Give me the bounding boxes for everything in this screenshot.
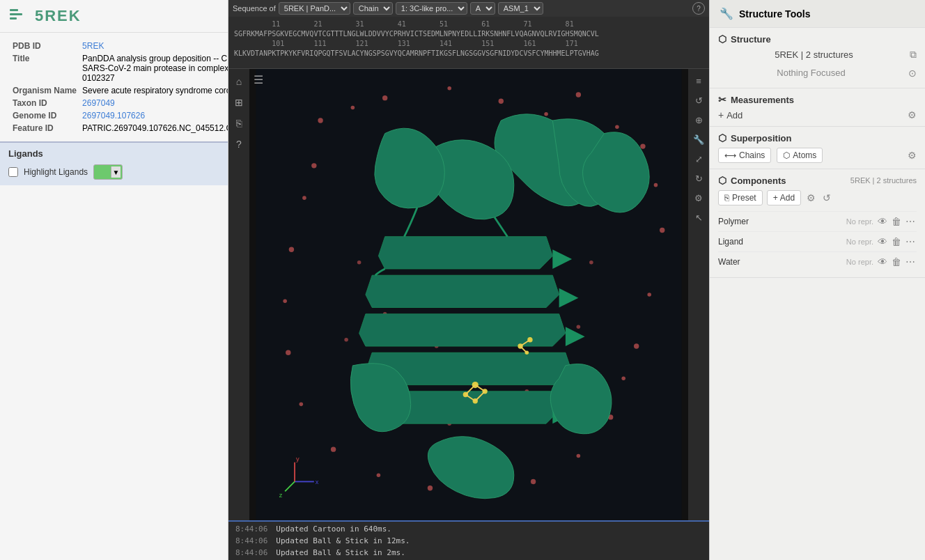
log-message-1: Updated Cartoon in 640ms. <box>276 524 391 534</box>
ligand-more-button[interactable]: ⋯ <box>904 235 917 249</box>
svg-point-26 <box>286 350 290 355</box>
info-section: PDB ID 5REK Title PanDDA analysis group … <box>0 32 228 141</box>
panel-title: Structure Tools <box>739 8 915 20</box>
sequence-numbers-2: 101 111 121 131 141 151 161 171 <box>234 39 704 49</box>
add-measurement-button[interactable]: + Add <box>718 109 743 120</box>
svg-point-28 <box>289 247 294 251</box>
svg-point-12 <box>640 143 645 148</box>
water-visibility-button[interactable]: 👁 <box>876 255 889 269</box>
log-message-3: Updated Ball & Stick in 2ms. <box>276 548 405 557</box>
ligand-delete-button[interactable]: 🗑 <box>890 235 903 249</box>
copy-button[interactable]: ⎘ <box>231 115 247 132</box>
logo-text: 5REK <box>35 7 81 25</box>
sequence-icon[interactable]: ☰ <box>254 73 263 86</box>
ligands-section: Ligands Highlight Ligands ▼ <box>0 141 228 185</box>
svg-point-9 <box>544 112 548 116</box>
polymer-more-button[interactable]: ⋯ <box>904 215 917 228</box>
svg-rect-1 <box>10 13 22 15</box>
measure-button[interactable]: 🔧 <box>691 132 706 147</box>
chain-icon: ⟷ <box>724 150 736 160</box>
component-reset-button[interactable]: ↺ <box>821 191 832 205</box>
chains-label: Chains <box>739 150 765 160</box>
svg-point-34 <box>589 260 593 265</box>
structure-section: ⬡ Structure 5REK | 2 structures ⧉ Nothin… <box>710 28 925 88</box>
settings-viewer-button[interactable]: ⚙ <box>691 190 706 205</box>
atoms-button[interactable]: ⬡ Atoms <box>777 148 823 163</box>
sequence-residues-1[interactable]: SGFRKMAFPSGKVEGCMVQVTCGTTTLNGLWLDDVVYCPR… <box>234 29 704 39</box>
taxon-value[interactable]: 2697049 <box>79 97 228 109</box>
help-button[interactable]: ? <box>692 2 705 15</box>
viewer-area[interactable]: ⌂ ⊞ ⎘ ? ≡ ↺ ⊕ 🔧 ⤢ ↻ ⚙ ↖ <box>228 69 709 520</box>
genome-value[interactable]: 2697049.107626 <box>79 109 228 122</box>
chain-id-select[interactable]: A <box>470 2 495 15</box>
polymer-repr: No repr. <box>767 217 873 226</box>
superposition-settings-button[interactable]: ⚙ <box>908 150 917 161</box>
svg-point-5 <box>351 106 355 110</box>
sequence-residues-2[interactable]: KLKVDTANPKTPKYKFVRIQPGQTFSVLACYNGSPSGVYQ… <box>234 49 704 59</box>
svg-point-16 <box>634 343 639 348</box>
polymer-delete-button[interactable]: 🗑 <box>890 215 903 228</box>
sequence-controls: Sequence of 5REK | PanD... Chain 1: 3C-l… <box>228 0 709 17</box>
chains-button[interactable]: ⟷ Chains <box>718 148 771 163</box>
water-name: Water <box>718 257 767 267</box>
organism-label: Organism Name <box>10 84 79 97</box>
water-delete-button[interactable]: 🗑 <box>890 255 903 269</box>
sequence-toggle-button[interactable]: ≡ <box>691 73 706 88</box>
reset-view-button[interactable]: ↺ <box>691 93 706 108</box>
superposition-icon: ⬡ <box>718 132 726 143</box>
pdb-id-row: PDB ID 5REK <box>10 40 228 52</box>
svg-point-13 <box>654 183 658 187</box>
measurements-section: ✂ Measurements + Add ⚙ <box>710 88 925 127</box>
ligand-visibility-button[interactable]: 👁 <box>876 235 889 249</box>
structure-label: Structure <box>731 34 771 45</box>
globe-button[interactable]: ⊕ <box>691 112 706 127</box>
layers-button[interactable]: ⊞ <box>231 94 247 111</box>
highlight-row: Highlight Ligands ▼ <box>8 164 219 180</box>
structure-select[interactable]: 5REK | PanD... <box>279 2 350 15</box>
ruler-icon: ✂ <box>718 94 726 105</box>
help-viewer-button[interactable]: ? <box>231 136 247 153</box>
spin-button[interactable]: ↻ <box>691 171 706 186</box>
logo-bar: 5REK <box>0 0 228 32</box>
copy-structure-button[interactable]: ⧉ <box>910 49 917 61</box>
home-button[interactable]: ⌂ <box>231 73 247 90</box>
log-message-2: Updated Ball & Stick in 12ms. <box>276 536 410 545</box>
polymer-name: Polymer <box>718 217 767 226</box>
feature-value: PATRIC.2697049.107626.NC_045512.C... <box>79 122 228 134</box>
color-dropdown-arrow-icon[interactable]: ▼ <box>111 166 121 178</box>
svg-point-4 <box>318 118 322 123</box>
log-bar: 8:44:06 Updated Cartoon in 640ms. 8:44:0… <box>228 520 709 560</box>
svg-point-19 <box>577 454 581 458</box>
expand-button[interactable]: ⤢ <box>691 151 706 166</box>
svg-point-8 <box>499 99 504 104</box>
feature-label: Feature ID <box>10 122 79 134</box>
taxon-row: Taxon ID 2697049 <box>10 97 228 109</box>
preset-button[interactable]: ⎘ Preset <box>718 190 763 205</box>
info-table: PDB ID 5REK Title PanDDA analysis group … <box>10 40 228 134</box>
sequence-numbers-1: 11 21 31 41 51 61 71 81 <box>234 20 704 29</box>
right-panel: 🔧 Structure Tools ⬡ Structure 5REK | 2 s… <box>709 0 925 560</box>
svg-point-14 <box>660 228 664 233</box>
pdb-id-value[interactable]: 5REK <box>79 40 228 52</box>
svg-point-17 <box>621 377 625 381</box>
chain-instance-select[interactable]: 1: 3C-like pro... <box>396 2 467 15</box>
molecule-viewer: Sequence of 5REK | PanD... Chain 1: 3C-l… <box>228 0 709 560</box>
focus-camera-button[interactable]: ⊙ <box>908 68 917 79</box>
measurement-settings-button[interactable]: ⚙ <box>908 109 917 120</box>
feature-row: Feature ID PATRIC.2697049.107626.NC_0455… <box>10 122 228 134</box>
add-component-button[interactable]: + Add <box>767 190 801 205</box>
chain-type-select[interactable]: Chain <box>353 2 393 15</box>
water-more-button[interactable]: ⋯ <box>904 255 917 269</box>
select-button[interactable]: ↖ <box>691 210 706 225</box>
svg-rect-2 <box>10 17 17 20</box>
log-entry-2: 8:44:06 Updated Ball & Stick in 12ms. <box>228 535 709 547</box>
wrench-icon: 🔧 <box>720 7 733 20</box>
polymer-visibility-button[interactable]: 👁 <box>876 215 889 228</box>
component-settings-button[interactable]: ⚙ <box>805 191 817 205</box>
svg-text:y: y <box>296 456 300 462</box>
assembly-select[interactable]: ASM_1 <box>498 2 543 15</box>
polymer-component-row: Polymer No repr. 👁 🗑 ⋯ <box>718 211 917 231</box>
highlight-ligands-checkbox[interactable] <box>8 167 18 177</box>
color-swatch-button[interactable]: ▼ <box>93 164 123 180</box>
title-row: Title PanDDA analysis group deposition -… <box>10 52 228 84</box>
